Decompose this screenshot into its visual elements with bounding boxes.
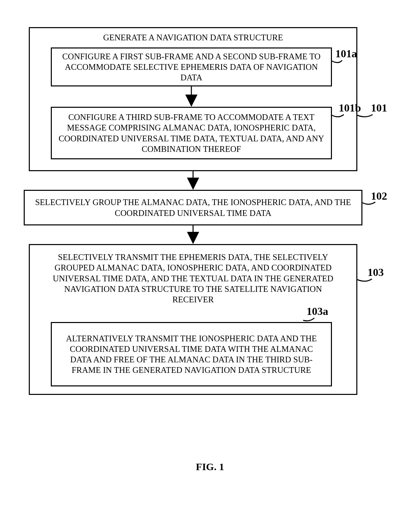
lead-lines xyxy=(0,0,420,522)
diagram-page: GENERATE A NAVIGATION DATA STRUCTURE CON… xyxy=(0,0,420,522)
